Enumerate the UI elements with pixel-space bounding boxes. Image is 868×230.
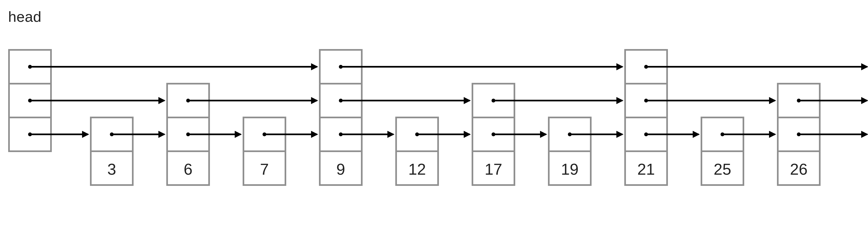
node-value: 17 <box>472 160 515 178</box>
svg-marker-47 <box>769 97 776 104</box>
svg-marker-35 <box>158 97 165 104</box>
pointer-arrow <box>722 130 776 139</box>
node-value: 3 <box>90 160 133 178</box>
pointer-arrow <box>570 130 623 139</box>
skip-list-diagram: head 3679121719212526nullnullnull <box>0 0 868 230</box>
svg-marker-41 <box>464 97 471 104</box>
svg-marker-20 <box>540 131 547 138</box>
svg-marker-56 <box>616 63 623 70</box>
pointer-arrow <box>493 130 547 139</box>
pointer-arrow <box>341 62 623 71</box>
node-value: 7 <box>243 160 286 178</box>
pointer-arrow <box>265 130 318 139</box>
svg-marker-17 <box>464 131 471 138</box>
pointer-arrow <box>646 96 776 105</box>
head-label: head <box>8 8 41 25</box>
node-value: 25 <box>701 160 744 178</box>
node-value: 26 <box>777 160 820 178</box>
pointer-arrow <box>646 130 700 139</box>
svg-marker-29 <box>769 131 776 138</box>
svg-marker-14 <box>388 131 395 138</box>
pointer-arrow <box>188 130 242 139</box>
node-value: 9 <box>319 160 363 178</box>
node-value: 6 <box>166 160 210 178</box>
pointer-arrow <box>341 96 471 105</box>
pointer-arrow <box>799 96 868 105</box>
pointer-arrow <box>112 130 165 139</box>
pointer-arrow <box>417 130 471 139</box>
node-value: 19 <box>548 160 592 178</box>
pointer-arrow <box>30 130 89 139</box>
svg-marker-26 <box>693 131 700 138</box>
pointer-arrow <box>493 96 623 105</box>
svg-marker-8 <box>235 131 242 138</box>
node-value: 12 <box>395 160 439 178</box>
svg-marker-23 <box>616 131 623 138</box>
node-value: 21 <box>624 160 668 178</box>
svg-marker-38 <box>311 97 318 104</box>
svg-marker-5 <box>158 131 165 138</box>
svg-marker-11 <box>311 131 318 138</box>
svg-marker-59 <box>861 63 868 70</box>
svg-marker-2 <box>82 131 89 138</box>
svg-marker-32 <box>861 131 868 138</box>
pointer-arrow <box>341 130 395 139</box>
pointer-arrow <box>30 62 318 71</box>
svg-marker-50 <box>861 97 868 104</box>
svg-marker-44 <box>616 97 623 104</box>
pointer-arrow <box>188 96 318 105</box>
pointer-arrow <box>646 62 868 71</box>
pointer-arrow <box>30 96 165 105</box>
pointer-arrow <box>799 130 868 139</box>
svg-marker-53 <box>311 63 318 70</box>
